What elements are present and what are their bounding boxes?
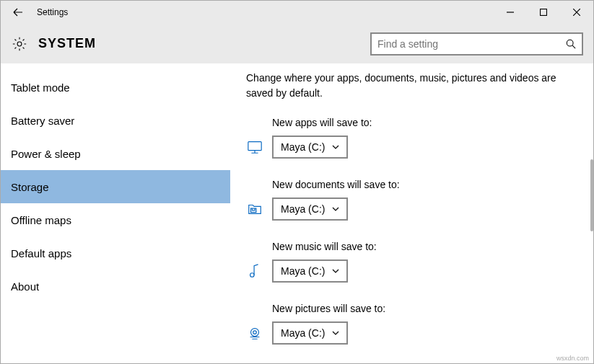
setting-label: New documents will save to: (272, 179, 572, 190)
music-drive-dropdown[interactable]: Maya (C:) (272, 259, 348, 283)
sidebar-item-offline-maps[interactable]: Offline maps (1, 203, 230, 236)
dropdown-value: Maya (C:) (281, 141, 325, 153)
sidebar-item-label: Offline maps (11, 214, 71, 226)
camera-icon (246, 325, 263, 341)
minimize-button[interactable] (494, 1, 527, 24)
svg-point-2 (567, 40, 573, 46)
svg-point-5 (250, 273, 255, 278)
search-box[interactable] (370, 32, 583, 56)
dropdown-value: Maya (C:) (281, 265, 325, 277)
chevron-down-icon (332, 205, 339, 213)
sidebar-item-label: Power & sleep (11, 148, 81, 160)
sidebar-item-default-apps[interactable]: Default apps (1, 236, 230, 270)
folder-save-icon (246, 201, 263, 217)
pictures-drive-dropdown[interactable]: Maya (C:) (272, 321, 348, 345)
setting-documents: New documents will save to: Maya (C:) (246, 179, 572, 221)
gear-icon (11, 36, 28, 52)
sidebar-item-label: Storage (11, 181, 49, 193)
scrollbar-thumb[interactable] (590, 159, 593, 231)
svg-point-1 (17, 42, 22, 46)
sidebar-item-label: Battery saver (11, 115, 74, 127)
svg-point-7 (253, 331, 257, 334)
apps-drive-dropdown[interactable]: Maya (C:) (272, 136, 348, 159)
setting-label: New apps will save to: (272, 117, 572, 128)
search-input[interactable] (377, 38, 566, 50)
content-panel: Change where your apps, documents, music… (230, 63, 593, 363)
monitor-icon (246, 139, 263, 155)
title-bar: Settings (1, 1, 593, 24)
close-button[interactable] (560, 1, 593, 24)
watermark: wsxdn.com (556, 355, 589, 362)
sidebar-item-label: About (11, 280, 39, 293)
sidebar-item-about[interactable]: About (1, 270, 230, 303)
setting-label: New music will save to: (272, 241, 572, 252)
header: SYSTEM (1, 24, 593, 63)
svg-rect-3 (248, 142, 261, 151)
setting-apps: New apps will save to: Maya (C:) (246, 117, 572, 159)
dropdown-value: Maya (C:) (281, 203, 325, 215)
sidebar-item-battery-saver[interactable]: Battery saver (1, 104, 230, 137)
maximize-button[interactable] (527, 1, 560, 24)
description-text: Change where your apps, documents, music… (246, 71, 572, 101)
chevron-down-icon (332, 329, 339, 337)
sidebar: Tablet mode Battery saver Power & sleep … (1, 63, 230, 363)
sidebar-item-label: Tablet mode (11, 81, 70, 94)
svg-rect-0 (541, 9, 547, 16)
sidebar-item-label: Default apps (11, 247, 71, 259)
search-icon (566, 39, 576, 49)
main-area: Tablet mode Battery saver Power & sleep … (1, 63, 593, 363)
window-title: Settings (37, 7, 68, 17)
chevron-down-icon (332, 143, 339, 151)
page-title: SYSTEM (38, 36, 96, 51)
setting-music: New music will save to: Maya (C:) (246, 241, 572, 283)
documents-drive-dropdown[interactable]: Maya (C:) (272, 197, 348, 221)
svg-point-6 (251, 329, 259, 337)
back-button[interactable] (6, 1, 30, 24)
setting-pictures: New pictures will save to: Maya (C:) (246, 303, 572, 345)
sidebar-item-tablet-mode[interactable]: Tablet mode (1, 71, 230, 104)
dropdown-value: Maya (C:) (281, 327, 325, 339)
sidebar-item-storage[interactable]: Storage (1, 170, 230, 203)
music-note-icon (246, 263, 263, 279)
sidebar-item-power-sleep[interactable]: Power & sleep (1, 137, 230, 170)
setting-label: New pictures will save to: (272, 303, 572, 314)
chevron-down-icon (332, 267, 339, 275)
